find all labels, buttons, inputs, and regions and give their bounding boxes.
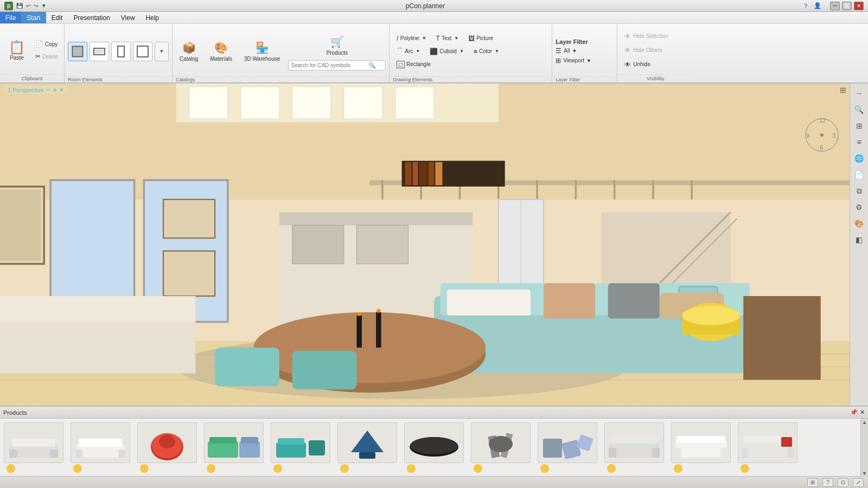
- room-element-1[interactable]: [68, 42, 87, 61]
- product-item-12[interactable]: [736, 422, 799, 474]
- svg-rect-107: [609, 448, 616, 458]
- visibility-label: Visibility: [617, 74, 693, 82]
- products-scrollbar[interactable]: ▲ ▼: [860, 419, 868, 477]
- paste-button[interactable]: 📋 Paste: [3, 31, 30, 70]
- svg-rect-9: [189, 87, 228, 119]
- svg-rect-117: [787, 448, 794, 458]
- expand-button[interactable]: ⊞: [840, 86, 846, 94]
- room-element-4[interactable]: [133, 42, 152, 61]
- grid-icon[interactable]: ⊞: [807, 478, 818, 487]
- color-button[interactable]: ■ Color ▼: [470, 46, 503, 57]
- split-icon[interactable]: ⊡: [838, 478, 848, 487]
- fullscreen-icon[interactable]: ⤢: [853, 478, 864, 487]
- layers-tool[interactable]: ⊞: [852, 118, 867, 133]
- menu-file[interactable]: File: [0, 12, 21, 23]
- product-item-2[interactable]: [69, 422, 131, 474]
- perspective-edit[interactable]: ✏: [46, 87, 50, 93]
- svg-rect-105: [609, 441, 660, 458]
- list-tool[interactable]: ≡: [852, 134, 867, 150]
- titlebar-left: p 💾 ↩ ↪ ▼: [4, 2, 47, 10]
- product-thumb-9: [538, 422, 597, 463]
- close-button[interactable]: ✕: [854, 2, 864, 10]
- menu-start[interactable]: Start: [21, 12, 46, 23]
- svg-rect-83: [76, 450, 82, 458]
- product-thumb-1: [4, 422, 63, 463]
- menu-presentation[interactable]: Presentation: [68, 12, 115, 23]
- perspective-compass[interactable]: ⊕: [53, 87, 57, 93]
- product-thumb-7: [404, 422, 464, 463]
- svg-rect-10: [241, 87, 279, 119]
- help-icon[interactable]: ?: [804, 3, 807, 9]
- help-status-icon[interactable]: ?: [822, 478, 833, 487]
- product-item-9[interactable]: [536, 422, 598, 474]
- compass: 12 3 6 9: [803, 116, 841, 154]
- product-item-10[interactable]: [603, 422, 665, 474]
- hide-others-button[interactable]: 👁 Hide Others: [621, 44, 666, 56]
- delete-button[interactable]: ✂ Delete: [33, 50, 61, 62]
- settings-tool[interactable]: ⚙: [852, 200, 867, 215]
- menu-view[interactable]: View: [116, 12, 141, 23]
- text-button[interactable]: T Text ▼: [432, 33, 463, 44]
- menu-edit[interactable]: Edit: [46, 12, 68, 23]
- layer-all-row[interactable]: ☰ All ▼: [556, 47, 577, 55]
- product-thumb-2: [71, 422, 130, 463]
- room-element-3[interactable]: [111, 42, 131, 61]
- minimize-button[interactable]: ─: [830, 2, 840, 10]
- undo-btn[interactable]: ↩: [26, 3, 30, 9]
- picture-button[interactable]: 🖼 Picture: [464, 33, 497, 44]
- menu-help[interactable]: Help: [141, 12, 165, 23]
- product-item-7[interactable]: [403, 422, 465, 474]
- product-item-6[interactable]: [336, 422, 398, 474]
- quick-save[interactable]: 💾: [16, 3, 23, 9]
- room-element-2[interactable]: [90, 42, 109, 61]
- customize-btn[interactable]: ▼: [41, 3, 47, 9]
- cad-search-box[interactable]: 🔍: [288, 60, 386, 70]
- svg-rect-94: [309, 440, 325, 455]
- arrow-tool[interactable]: →: [852, 86, 867, 101]
- catalog-button[interactable]: 📦 Catalog: [176, 38, 202, 65]
- layers2-tool[interactable]: ◧: [852, 232, 867, 247]
- scroll-down-arrow[interactable]: ▼: [861, 470, 869, 477]
- svg-rect-28: [428, 162, 434, 185]
- file-tool[interactable]: 📄: [852, 167, 867, 182]
- panel-close-button[interactable]: ✕: [860, 409, 865, 416]
- hide-selection-button[interactable]: 👁 Hide Selection: [621, 30, 672, 42]
- viewport-row[interactable]: ⊞ Viewport ▼: [556, 57, 591, 65]
- product-item-8[interactable]: [469, 422, 532, 474]
- paint-tool[interactable]: 🎨: [852, 216, 867, 231]
- restore-button[interactable]: ⬜: [842, 2, 852, 10]
- globe-tool[interactable]: 🌐: [852, 151, 867, 166]
- user-icon[interactable]: 👤: [814, 2, 821, 9]
- svg-rect-78: [12, 439, 55, 447]
- product-item-3[interactable]: [136, 422, 198, 474]
- copy-button[interactable]: 📄 Copy: [33, 38, 61, 50]
- warehouse-button[interactable]: 🏪 3D Warehouse: [240, 38, 284, 65]
- arc-button[interactable]: ⌒ Arc ▼: [393, 46, 424, 57]
- polyline-button[interactable]: / Polyline ▼: [393, 33, 430, 44]
- stack-tool[interactable]: ⧉: [852, 183, 867, 198]
- cad-search-input[interactable]: [291, 62, 367, 68]
- product-item-4[interactable]: [202, 422, 265, 474]
- product-item-11[interactable]: [669, 422, 732, 474]
- search-tool[interactable]: 🔍: [852, 102, 867, 117]
- svg-point-64: [358, 312, 361, 316]
- svg-rect-26: [413, 162, 418, 185]
- rectangle-button[interactable]: □ Rectangle: [393, 59, 435, 70]
- product-item-5[interactable]: [269, 422, 331, 474]
- products-button[interactable]: 🛒 Products: [322, 33, 353, 59]
- svg-rect-54: [608, 283, 660, 318]
- product-label-7: [407, 464, 416, 473]
- redo-btn[interactable]: ↪: [34, 3, 38, 9]
- panel-pin-button[interactable]: 📌: [850, 409, 858, 416]
- product-label-12: [741, 464, 749, 473]
- perspective-down[interactable]: ▼: [59, 87, 64, 93]
- svg-rect-79: [9, 450, 17, 458]
- scroll-up-arrow[interactable]: ▲: [861, 419, 869, 426]
- room-dropdown[interactable]: ▼: [155, 42, 169, 61]
- cuboid-button[interactable]: ⬛ Cuboid ▼: [426, 46, 468, 57]
- unhide-button[interactable]: 👁 Unhide: [621, 59, 654, 70]
- product-label-8: [474, 464, 482, 473]
- product-item-1[interactable]: [2, 422, 65, 474]
- viewport[interactable]: 1.Perspective ✏ ⊕ ▼ 12 3 6 9 ⊞ → 🔍 ⊞ ≡ 🌐: [0, 84, 868, 406]
- materials-button[interactable]: 🎨 Materials: [206, 38, 236, 65]
